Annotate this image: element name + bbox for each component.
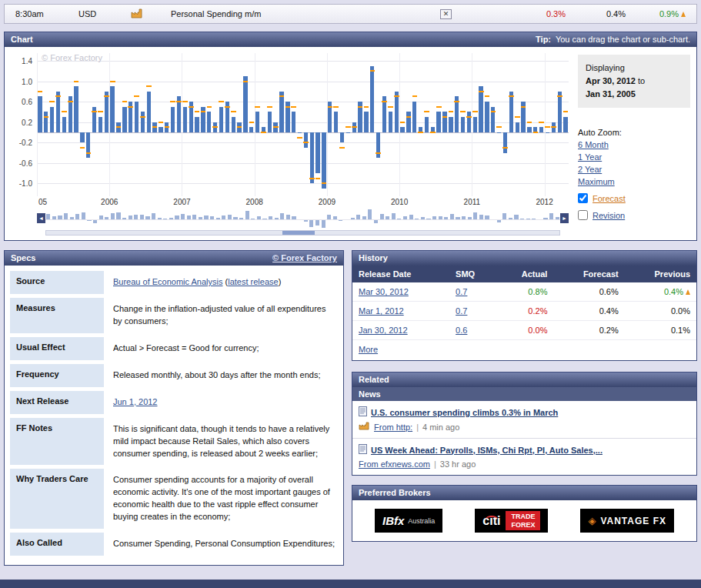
auto-zoom-link-2-year[interactable]: 2 Year xyxy=(578,165,690,174)
history-smq-link[interactable]: 0.7 xyxy=(456,287,467,296)
history-date-link[interactable]: Mar 30, 2012 xyxy=(359,287,409,296)
main-chart-plot[interactable] xyxy=(37,53,569,196)
forecast-tick xyxy=(352,126,357,128)
sub-chart-plot[interactable] xyxy=(45,208,560,229)
forecast-tick xyxy=(400,122,406,123)
history-forecast: 0.6% xyxy=(553,282,624,302)
news-title-link[interactable]: U.S. consumer spending climbs 0.3% in Ma… xyxy=(371,408,558,417)
history-date-link[interactable]: Jan 30, 2012 xyxy=(359,326,408,335)
x-axis-label: 2010 xyxy=(391,198,408,206)
auto-zoom-link-1-year[interactable]: 1 Year xyxy=(578,152,690,162)
news-meta: From efxnews.com|33 hr ago xyxy=(359,459,690,469)
chart-panel: Chart Tip: You can drag the chart or sub… xyxy=(4,32,697,241)
news-age: 4 min ago xyxy=(422,423,459,432)
event-actual: 0.3% xyxy=(506,9,566,18)
source-link[interactable]: Bureau of Economic Analysis xyxy=(113,277,222,286)
spec-row-frequency: FrequencyReleased monthly, about 30 days… xyxy=(10,364,338,387)
chart-bar xyxy=(389,112,392,132)
forecast-tick xyxy=(80,147,85,149)
col-release-date: Release Date xyxy=(352,266,449,282)
forecast-tick xyxy=(364,106,369,108)
broker-logo-ibfx[interactable]: IBfx Australia xyxy=(375,509,442,533)
history-header: History xyxy=(352,251,696,266)
spec-label: Measures xyxy=(10,298,104,333)
displaying-to-word: to xyxy=(638,76,645,85)
x-axis-label: 2007 xyxy=(173,198,190,206)
chart-bar xyxy=(479,86,482,132)
forecast-tick xyxy=(563,111,569,112)
chart-bar xyxy=(152,213,155,219)
forecast-tick xyxy=(388,106,393,108)
gridline-h xyxy=(37,82,569,82)
forecast-tick xyxy=(557,95,562,97)
forecast-tick xyxy=(201,111,206,112)
chart-bar xyxy=(64,213,68,219)
chart-bar xyxy=(473,212,477,219)
scroll-right-icon[interactable]: ► xyxy=(560,213,569,223)
related-header: Related xyxy=(352,373,696,387)
chart-bar xyxy=(310,132,314,183)
event-previous: 0.9% xyxy=(626,9,686,18)
history-smq-link[interactable]: 0.7 xyxy=(456,306,467,316)
chart-bar xyxy=(516,122,519,132)
history-smq-link[interactable]: 0.6 xyxy=(456,326,467,335)
citi-logo-text: citi xyxy=(482,514,500,528)
y-axis-label: 1.0 xyxy=(9,77,32,85)
revision-checkbox[interactable] xyxy=(578,210,588,220)
chart-bar xyxy=(442,112,446,132)
revision-toggle-label[interactable]: Revision xyxy=(593,211,625,220)
news-item: U.S. consumer spending climbs 0.3% in Ma… xyxy=(352,401,696,438)
forecast-tick xyxy=(466,116,472,118)
forecast-checkbox[interactable] xyxy=(578,193,588,203)
seen-close-icon[interactable]: ✕ xyxy=(440,9,452,19)
chart-scrollbar-track[interactable] xyxy=(45,230,560,236)
chart-tip-bold: Tip: xyxy=(536,35,551,44)
chart-bar xyxy=(334,112,338,132)
next-release-link[interactable]: Jun 1, 2012 xyxy=(113,397,158,406)
chart-bar xyxy=(292,112,295,132)
y-axis-label: -0.6 xyxy=(9,159,32,167)
history-table: Release Date SMQ Actual Forecast Previou… xyxy=(352,266,696,340)
news-from-link[interactable]: From efxnews.com xyxy=(359,459,430,469)
x-axis-label: 2006 xyxy=(101,198,118,206)
forecast-tick xyxy=(412,95,418,97)
chart-bar xyxy=(279,92,283,132)
chart-bar xyxy=(141,112,145,132)
news-from-link[interactable]: From http: xyxy=(374,423,412,432)
scroll-left-icon[interactable]: ◄ xyxy=(37,213,45,223)
broker-logo-vantage[interactable]: ◈ VANTAGE FX xyxy=(580,509,674,533)
auto-zoom-link-6-month[interactable]: 6 Month xyxy=(578,140,690,149)
latest-release-link[interactable]: latest release xyxy=(228,277,278,286)
history-row: Jan 30, 20120.60.0%0.2%0.1% xyxy=(352,321,696,340)
specs-title: Specs xyxy=(11,251,35,266)
news-subheader: News xyxy=(352,387,696,401)
mini-zero-line xyxy=(45,219,560,220)
chart-scrollbar-handle[interactable] xyxy=(282,231,315,235)
chart-bar xyxy=(232,117,235,132)
chart-bar xyxy=(376,132,380,158)
auto-zoom-link-maximum[interactable]: Maximum xyxy=(578,177,690,186)
forecast-tick xyxy=(509,95,514,97)
chart-main-area[interactable]: © Forex Factory 1.41.00.60.2-0.2-0.6-1.0… xyxy=(9,53,569,236)
history-forecast: 0.2% xyxy=(553,321,624,340)
history-actual: 0.8% xyxy=(496,282,553,302)
chart-bar xyxy=(449,117,452,132)
forex-factory-copyright-link[interactable]: © Forex Factory xyxy=(272,251,337,266)
news-title-link[interactable]: US Week Ahead: Payrolls, ISMs, Chi Rpt, … xyxy=(371,446,603,455)
x-axis-label: 2012 xyxy=(536,198,552,206)
spec-value: Actual > Forecast = Good for currency; xyxy=(104,337,338,360)
history-title: History xyxy=(359,251,388,266)
forecast-tick xyxy=(231,111,236,112)
more-link[interactable]: More xyxy=(359,345,378,354)
forecast-toggle-label[interactable]: Forecast xyxy=(593,194,626,203)
chart-bar xyxy=(558,92,562,132)
forecast-tick xyxy=(212,126,218,128)
forecast-tick xyxy=(62,111,67,112)
history-date-link[interactable]: Mar 1, 2012 xyxy=(359,306,404,316)
chart-bar xyxy=(315,132,319,173)
chart-panel-title: Chart xyxy=(11,32,33,47)
separator: | xyxy=(416,423,419,432)
event-title: Personal Spending m/m xyxy=(171,9,440,18)
forecast-tick xyxy=(333,106,339,108)
broker-logo-citi[interactable]: citi TRADE FOREX xyxy=(475,509,548,533)
